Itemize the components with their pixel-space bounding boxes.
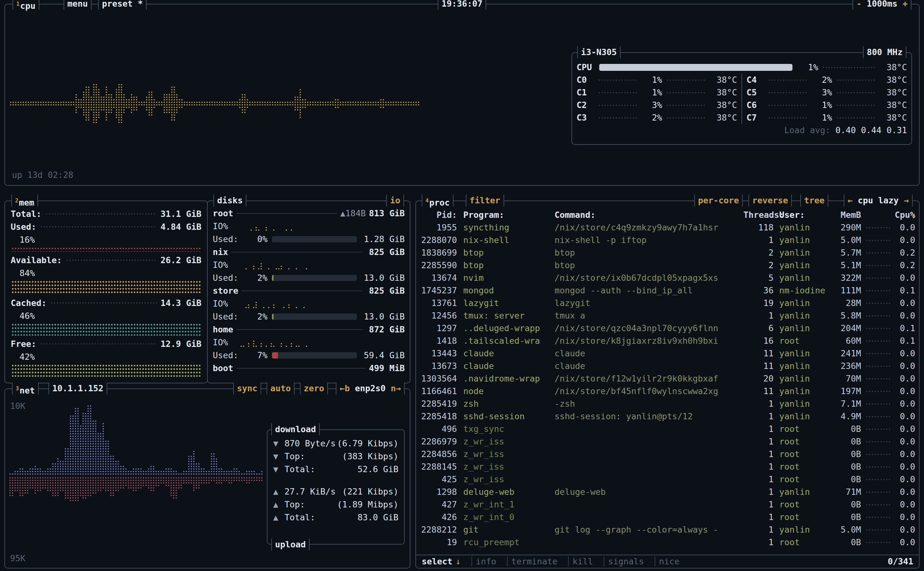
net-panel-title-label: net <box>20 386 35 395</box>
proc-sort-prev-button[interactable]: ← <box>847 196 853 205</box>
proc-cpu: 0.0 <box>893 486 915 498</box>
proc-row[interactable]: 2288145 z_wr_iss 1 root 0B 0.0 <box>420 460 915 473</box>
proc-cpu-minigraph <box>861 491 893 493</box>
proc-pid: 2286979 <box>420 435 457 448</box>
proc-row[interactable]: 2284856 z_wr_iss 1 root 0B 0.0 <box>420 448 915 460</box>
proc-row[interactable]: 1838699 btop btop 2 yanlin 5.7M 0.2 <box>420 247 915 259</box>
mem-panel-title[interactable]: 2mem <box>11 194 38 207</box>
proc-col-mem[interactable]: MemB <box>830 209 861 221</box>
proc-action-button[interactable]: signals <box>604 557 644 566</box>
proc-col-command[interactable]: Command: <box>554 209 743 221</box>
proc-row[interactable]: 2285418 sshd-session sshd-session: yanli… <box>420 410 915 423</box>
proc-program: z_wr_int_0 <box>457 511 554 523</box>
proc-row[interactable]: 1745237 mongod mongod --auth --bind_ip_a… <box>420 284 915 297</box>
interval-increase-button[interactable]: + <box>902 0 908 9</box>
proc-row[interactable]: 427 z_wr_int_1 1 root 0B 0.0 <box>420 498 915 511</box>
proc-pid: 496 <box>420 423 457 435</box>
net-sync-button[interactable]: sync <box>233 383 261 394</box>
proc-col-program[interactable]: Program: <box>457 209 554 221</box>
proc-reverse-toggle[interactable]: reverse <box>748 194 792 207</box>
proc-program: lazygit <box>457 297 554 309</box>
net-panel-title[interactable]: 3net <box>12 383 39 394</box>
proc-row[interactable]: 1955 syncthing /nix/store/c4q9zmkzy9awy7… <box>420 221 915 234</box>
disks-io-toggle[interactable]: io <box>386 194 404 207</box>
proc-action-button[interactable]: kill <box>568 557 593 566</box>
proc-row[interactable]: 19 rcu_preempt 1 root 0B 0.0 <box>420 536 915 549</box>
proc-filter-button[interactable]: filter <box>466 194 504 207</box>
net-zero-button[interactable]: zero <box>300 383 328 394</box>
interval-decrease-button[interactable]: - <box>856 0 861 9</box>
cpu-model-title: i3-N305 <box>577 46 621 58</box>
proc-row[interactable]: 425 z_wr_iss 1 root 0B 0.0 <box>420 473 915 486</box>
mem-stat-leader <box>40 226 157 228</box>
mem-total-leader <box>45 213 157 215</box>
proc-cpu: 0.2 <box>893 259 915 272</box>
core-row: C3 2% 38°C <box>576 111 737 124</box>
proc-col-pid[interactable]: Pid: <box>420 209 457 221</box>
proc-program: z_wr_iss <box>457 435 554 448</box>
proc-cpu-minigraph <box>861 252 893 254</box>
download-stats: ▼ 870 Byte/s (6.79 Kibps) ▼ Top: (383 Ki… <box>273 437 399 475</box>
proc-row[interactable]: 13443 claude claude 11 yanlin 241M 0.0 <box>420 347 915 360</box>
disks-panel-title[interactable]: disks <box>213 194 246 207</box>
proc-cpu-minigraph <box>861 378 893 380</box>
download-stat-value: (6.79 Kibps) <box>336 437 399 450</box>
menu-button[interactable]: menu <box>63 0 92 10</box>
cpu-model-label: i3-N305 <box>581 47 617 57</box>
proc-row[interactable]: 2285419 zsh -zsh 1 yanlin 7.1M 0.0 <box>420 398 915 410</box>
proc-row[interactable]: 1166461 node /nix/store/bf45nflf0wylnscw… <box>420 385 915 398</box>
proc-pid: 19 <box>420 536 457 549</box>
proc-action-button[interactable]: terminate <box>507 557 557 566</box>
proc-mem: 5.0M <box>830 523 861 536</box>
cpu-panel-title[interactable]: 1cpu <box>12 0 39 10</box>
proc-action-button[interactable]: nice <box>654 557 679 566</box>
mem-stat: Available: 26.2 GiB 84% <box>11 254 202 295</box>
cpu-frequency: 800 MHz <box>863 46 906 58</box>
proc-row[interactable]: 1418 .tailscaled-wra /nix/store/k8jgiaxr… <box>420 335 915 347</box>
preset-button[interactable]: preset * <box>98 0 147 10</box>
proc-reverse-label: reverse <box>752 196 788 205</box>
proc-row[interactable]: 2285590 btop btop 2 yanlin 5.1M 0.2 <box>420 259 915 272</box>
proc-cpu-minigraph <box>861 239 893 241</box>
clock: 19:36:07 <box>438 0 486 10</box>
proc-select-label[interactable]: select <box>422 555 453 568</box>
proc-row[interactable]: 1297 ..deluged-wrapp /nix/store/qzc04a3n… <box>420 322 915 335</box>
cpu-panel: 1cpu menu preset * 19:36:07 - 1000ms + u… <box>5 4 919 186</box>
proc-sort-next-button[interactable]: → <box>904 196 909 205</box>
proc-row[interactable]: 426 z_wr_int_0 1 root 0B 0.0 <box>420 511 915 523</box>
mem-total-label: Total: <box>11 208 42 220</box>
net-auto-button[interactable]: auto <box>266 383 294 394</box>
proc-row[interactable]: 2286979 z_wr_iss 1 root 0B 0.0 <box>420 435 915 448</box>
proc-percore-toggle[interactable]: per-core <box>694 194 743 207</box>
proc-panel-title[interactable]: 4proc <box>422 194 453 207</box>
proc-tree-toggle[interactable]: tree <box>800 194 829 207</box>
proc-threads: 2 <box>743 247 773 259</box>
proc-action-button[interactable]: info <box>471 557 496 566</box>
proc-col-user[interactable]: User: <box>773 209 830 221</box>
proc-cpu: 0.0 <box>893 385 915 398</box>
net-interface-prev-button[interactable]: ←b <box>340 383 350 393</box>
proc-row[interactable]: 496 txg_sync 1 root 0B 0.0 <box>420 423 915 435</box>
proc-program: z_wr_iss <box>457 448 554 460</box>
core-percent: 3% <box>641 99 662 111</box>
proc-row[interactable]: 2288212 git git log --graph --color=alwa… <box>420 523 915 536</box>
proc-mem: 290M <box>830 221 861 234</box>
proc-cpu: 0.0 <box>893 360 915 372</box>
uptime-label: up 13d 02:28 <box>12 169 73 181</box>
proc-row[interactable]: 13673 claude claude 11 yanlin 236M 0.0 <box>420 360 915 372</box>
disk-entry-boot: boot 499 MiB <box>213 362 405 375</box>
proc-cpu-minigraph-dots <box>865 441 891 443</box>
proc-table: 1955 syncthing /nix/store/c4q9zmkzy9awy7… <box>420 221 915 549</box>
proc-select-down-arrow[interactable]: ↓ <box>456 555 461 568</box>
net-interface-next-button[interactable]: n→ <box>391 383 401 393</box>
proc-row[interactable]: 1303564 .navidrome-wrap /nix/store/f12w1… <box>420 372 915 385</box>
proc-row[interactable]: 13761 lazygit lazygit 19 yanlin 28M 0.0 <box>420 297 915 309</box>
proc-row[interactable]: 2288070 nix-shell nix-shell -p iftop 1 y… <box>420 234 915 247</box>
proc-row[interactable]: 13674 nvim /nix/store/ix0b67dcdpl05xpagx… <box>420 272 915 284</box>
proc-row[interactable]: 12456 tmux: server tmux a 1 yanlin 5.8M … <box>420 309 915 322</box>
proc-col-threads[interactable]: Threads: <box>743 209 773 221</box>
proc-cpu: 0.0 <box>893 398 915 410</box>
proc-cpu: 0.0 <box>893 297 915 309</box>
proc-row[interactable]: 1298 deluge-web deluge-web 1 yanlin 71M … <box>420 486 915 498</box>
proc-cpu-minigraph-dots <box>865 340 891 342</box>
